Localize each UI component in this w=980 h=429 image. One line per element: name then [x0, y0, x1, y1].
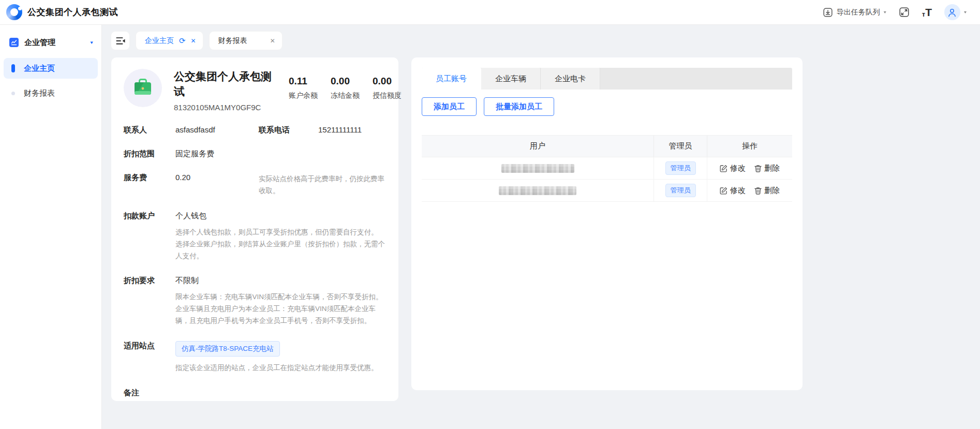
phone-label: 联系电话	[259, 125, 318, 135]
user-menu[interactable]: ▾	[944, 4, 967, 20]
stations-row: 适用站点 仿真-学院路T8-SPACE充电站 指定该企业适用的站点，企业员工在指…	[124, 341, 386, 374]
sidebar-items: 企业主页 财务报表	[0, 58, 101, 103]
admin-cell: 管理员	[654, 157, 707, 179]
fullscreen-button[interactable]	[899, 7, 910, 18]
app-title: 公交集团个人承包测试	[27, 6, 118, 18]
edit-label: 修改	[730, 186, 746, 196]
close-icon[interactable]: ✕	[191, 37, 196, 45]
debit-account-note: 选择个人钱包扣款，则员工可享受折扣优惠，但仍需要自行支付。 选择企业账户扣款，则…	[175, 227, 386, 262]
refresh-icon[interactable]: ⟳	[179, 36, 186, 46]
stat-label: 账户余额	[289, 90, 322, 101]
edit-icon	[720, 187, 727, 195]
company-info-card: 公交集团个人承包测试 81320105MA1MY0GF9C 0.11 账户余额 …	[111, 57, 398, 401]
discount-scope-row: 折扣范围 固定服务费	[124, 149, 386, 159]
discount-requirement-label: 折扣要求	[124, 276, 175, 286]
menu-fold-button[interactable]	[111, 32, 129, 50]
stations-label: 适用站点	[124, 341, 175, 351]
company-avatar	[124, 69, 162, 107]
debit-account-value: 个人钱包	[175, 211, 386, 221]
stat-credit: 0.00 授信额度	[373, 76, 406, 112]
edit-label: 修改	[730, 164, 746, 173]
service-fee-note: 实际站点价格高于此费率时，仍按此费率收取。	[259, 173, 386, 197]
actions-cell: 修改 删除	[707, 180, 792, 201]
download-tray-icon	[823, 7, 833, 18]
company-head: 公交集团个人承包测试 81320105MA1MY0GF9C 0.11 账户余额 …	[124, 69, 386, 112]
table-row: 管理员 修改	[422, 157, 792, 180]
remark-row: 备注	[124, 388, 386, 398]
user-cell	[422, 157, 654, 179]
sidebar-item-company-home[interactable]: 企业主页	[4, 58, 98, 79]
tab-label: 员工账号	[436, 74, 467, 84]
stat-value: 0.00	[373, 76, 406, 87]
panel-tabs: 员工账号 企业车辆 企业电卡	[422, 68, 792, 90]
export-queue-button[interactable]: 导出任务队列 ▾	[823, 7, 886, 18]
discount-requirement-value: 不限制	[175, 276, 386, 286]
user-cell	[422, 180, 654, 201]
delete-action[interactable]: 删除	[754, 164, 780, 173]
export-queue-label: 导出任务队列	[837, 8, 880, 17]
app-root: 公交集团个人承包测试 导出任务队列 ▾	[0, 0, 980, 429]
delete-action[interactable]: 删除	[754, 186, 780, 196]
font-size-button[interactable]: тT	[922, 7, 932, 18]
debit-account-label: 扣款账户	[124, 211, 175, 221]
employee-table: 用户 管理员 操作 管理员	[422, 135, 792, 202]
content: 公交集团个人承包测试 81320105MA1MY0GF9C 0.11 账户余额 …	[111, 57, 980, 429]
stat-frozen: 0.00 冻结金额	[331, 76, 364, 112]
menu-fold-icon	[116, 37, 125, 45]
main-area: 企业主页 ⟳ ✕ 财务报表 ✕	[102, 25, 980, 429]
tab-employee-accounts[interactable]: 员工账号	[422, 68, 481, 90]
tab-label: 财务报表	[218, 36, 247, 46]
service-fee-value: 0.20	[175, 173, 259, 182]
tab-company-home[interactable]: 企业主页 ⟳ ✕	[136, 32, 203, 50]
page-tab-bar: 企业主页 ⟳ ✕ 财务报表 ✕	[111, 32, 980, 50]
panel-buttons: 添加员工 批量添加员工	[422, 90, 792, 126]
stat-label: 冻结金额	[331, 90, 364, 101]
layout: 企业管理 ▾ 企业主页 财务报表	[0, 25, 980, 429]
tab-company-vehicles[interactable]: 企业车辆	[481, 68, 541, 90]
phone-value: 15211111111	[318, 125, 362, 134]
sidebar-group-enterprise[interactable]: 企业管理 ▾	[0, 35, 101, 50]
tab-company-charge-cards[interactable]: 企业电卡	[541, 68, 600, 90]
chart-icon	[9, 38, 19, 47]
chevron-down-icon: ▾	[90, 40, 93, 45]
service-fee-row: 服务费 0.20 实际站点价格高于此费率时，仍按此费率收取。	[124, 173, 386, 197]
stat-value: 0.00	[331, 76, 364, 87]
company-stats: 0.11 账户余额 0.00 冻结金额 0.00 授信额度	[289, 69, 406, 112]
edit-icon	[720, 165, 727, 172]
sidebar: 企业管理 ▾ 企业主页 财务报表	[0, 25, 102, 429]
delete-label: 删除	[764, 164, 780, 173]
discount-scope-value: 固定服务费	[175, 149, 214, 159]
table-row: 管理员 修改	[422, 180, 792, 202]
stat-value: 0.11	[289, 76, 322, 87]
app-logo-icon	[6, 4, 22, 20]
table-header: 用户 管理员 操作	[422, 135, 792, 157]
edit-action[interactable]: 修改	[720, 186, 746, 196]
sidebar-item-finance-report[interactable]: 财务报表	[4, 83, 98, 103]
tab-finance-report[interactable]: 财务报表 ✕	[210, 32, 282, 50]
add-employee-button[interactable]: 添加员工	[422, 97, 477, 116]
avatar	[944, 4, 960, 20]
station-tag[interactable]: 仿真-学院路T8-SPACE充电站	[175, 341, 280, 357]
column-header-user: 用户	[422, 136, 654, 157]
discount-requirement-row: 折扣要求 不限制 限本企业车辆：充电车辆VIN须匹配本企业车辆，否则不享受折扣。…	[124, 276, 386, 327]
contact-value: asfasdfasdf	[175, 125, 259, 134]
sidebar-group-label: 企业管理	[24, 38, 84, 48]
company-name-block: 公交集团个人承包测试 81320105MA1MY0GF9C	[174, 69, 280, 112]
caret-down-icon: ▾	[964, 10, 967, 14]
members-panel-card: 员工账号 企业车辆 企业电卡 添加员工 批量添加员工	[411, 57, 803, 390]
admin-badge[interactable]: 管理员	[665, 184, 696, 197]
admin-badge[interactable]: 管理员	[665, 161, 696, 175]
sidebar-item-label: 企业主页	[24, 64, 55, 73]
debit-account-row: 扣款账户 个人钱包 选择个人钱包扣款，则员工可享受折扣优惠，但仍需要自行支付。 …	[124, 211, 386, 262]
redacted-username	[499, 186, 576, 195]
company-meta: 公交集团个人承包测试 81320105MA1MY0GF9C 0.11 账户余额 …	[174, 69, 406, 112]
header-actions: 导出任务队列 ▾ тT	[823, 4, 967, 20]
edit-action[interactable]: 修改	[720, 164, 746, 173]
close-icon[interactable]: ✕	[270, 37, 275, 45]
batch-add-employee-button[interactable]: 批量添加员工	[484, 97, 554, 116]
service-fee-label: 服务费	[124, 173, 175, 183]
active-indicator	[11, 64, 15, 72]
caret-down-icon: ▾	[884, 10, 886, 14]
remark-label: 备注	[124, 388, 175, 398]
stat-label: 授信额度	[373, 90, 406, 101]
